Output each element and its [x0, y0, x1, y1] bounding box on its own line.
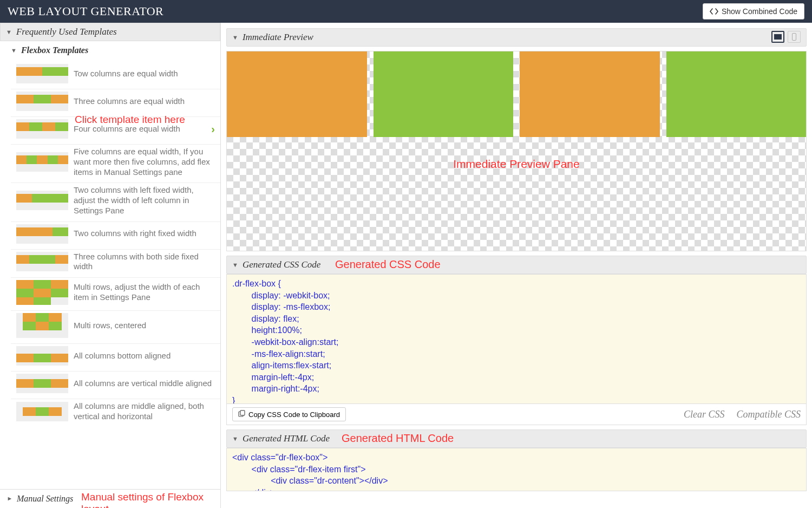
preview-col-3	[520, 51, 660, 137]
template-thumb	[16, 119, 68, 139]
template-thumb	[16, 152, 68, 172]
template-middle-both[interactable]: All columns are middle aligned, both ver…	[11, 399, 220, 427]
template-thumb	[16, 402, 68, 421]
chevron-down-icon: ▼	[232, 262, 238, 268]
chevron-down-icon: ▼	[11, 47, 17, 54]
show-combined-code-label: Show Combined Code	[722, 7, 797, 16]
chevron-down-icon: ▼	[6, 29, 12, 35]
preview-columns	[227, 51, 806, 137]
template-thumb	[16, 224, 68, 244]
mobile-view-button[interactable]	[788, 31, 801, 43]
preview-col-4	[666, 51, 807, 137]
app-header: WEB LAYOUT GENERATOR Show Combined Code	[0, 0, 812, 23]
css-code-block[interactable]: .dr-flex-box { display: -webkit-box; dis…	[226, 274, 807, 404]
copy-css-button[interactable]: Copy CSS Code to Clipboard	[232, 407, 346, 421]
template-thumb	[16, 346, 68, 366]
flexbox-section-title: Flexbox Templates	[21, 45, 88, 55]
desktop-view-button[interactable]	[771, 31, 784, 43]
template-desc: Two columns with right fixed width	[74, 229, 197, 239]
css-footer: Copy CSS Code to Clipboard Clear CSS Com…	[226, 404, 807, 425]
annotation-html-code: Generated HTML Code	[342, 432, 454, 445]
template-two-right-fixed[interactable]: Two columns with right fixed width	[11, 222, 220, 250]
template-four-equal[interactable]: Four columns are equal width ›	[11, 117, 220, 145]
template-desc: All columns are vertical middle aligned	[74, 379, 212, 389]
html-panel-header[interactable]: ▼ Generated HTML Code Generated HTML Cod…	[226, 429, 807, 448]
template-desc: Three columns with both side fixed width	[74, 252, 215, 272]
copy-icon	[238, 410, 245, 419]
mobile-icon	[792, 33, 796, 41]
chevron-right-icon: ▼	[6, 496, 12, 502]
template-desc: Two columns with left fixed width, adjus…	[74, 185, 215, 216]
template-desc: Multi rows, adjust the width of each ite…	[74, 282, 215, 303]
code-icon	[710, 8, 718, 15]
chevron-down-icon: ▼	[232, 34, 238, 41]
template-thumb	[16, 191, 68, 210]
app-title: WEB LAYOUT GENERATOR	[8, 4, 163, 18]
template-desc: Five columns are equal width, If you wan…	[74, 147, 215, 177]
template-three-side-fixed[interactable]: Three columns with both side fixed width	[11, 250, 220, 278]
html-panel: ▼ Generated HTML Code Generated HTML Cod…	[226, 429, 807, 491]
template-five-equal[interactable]: Five columns are equal width, If you wan…	[11, 145, 220, 183]
templates-panel-header[interactable]: ▼ Frequently Used Templates	[0, 23, 220, 41]
template-thumb	[16, 280, 68, 305]
template-two-left-fixed[interactable]: Two columns with left fixed width, adjus…	[11, 183, 220, 222]
template-desc: All columns bottom aligned	[74, 351, 171, 361]
template-vertical-middle[interactable]: All columns are vertical middle aligned	[11, 372, 220, 399]
templates-panel-title: Frequently Used Templates	[16, 27, 117, 37]
manual-settings-label: Manual Settings	[17, 494, 73, 504]
css-panel-header[interactable]: ▼ Generated CSS Code Generated CSS Code	[226, 256, 807, 274]
chevron-right-icon: ›	[211, 123, 215, 135]
template-desc: All columns are middle aligned, both ver…	[74, 401, 215, 422]
show-combined-code-button[interactable]: Show Combined Code	[703, 3, 804, 19]
template-bottom-aligned[interactable]: All columns bottom aligned	[11, 344, 220, 372]
template-desc: Multi rows, centered	[74, 321, 146, 331]
preview-pane: Immediate Preview Pane	[226, 51, 807, 251]
annotation-css-code: Generated CSS Code	[335, 258, 441, 271]
main: ▼ Immediate Preview Immediate Preview Pa…	[221, 23, 812, 508]
device-toggle-group	[771, 31, 801, 43]
css-panel: ▼ Generated CSS Code Generated CSS Code …	[226, 256, 807, 425]
compatible-css-link[interactable]: Compatible CSS	[736, 409, 801, 420]
preview-col-1	[227, 51, 367, 137]
template-multi-rows-centered[interactable]: Multi rows, centered	[11, 311, 220, 344]
template-three-equal[interactable]: Three columns are equal width	[11, 89, 220, 117]
flexbox-section-header[interactable]: ▼ Flexbox Templates	[0, 41, 220, 60]
desktop-icon	[774, 34, 782, 40]
css-footer-links: Clear CSS Compatible CSS	[684, 409, 801, 420]
template-thumb	[16, 252, 68, 271]
template-desc: Four columns are equal width	[74, 124, 180, 134]
template-thumb	[16, 374, 68, 393]
preview-panel-header[interactable]: ▼ Immediate Preview	[226, 28, 807, 47]
template-thumb	[16, 92, 68, 111]
templates-list: Tow columns are equal width Three column…	[0, 60, 220, 489]
sidebar: ▼ Frequently Used Templates ▼ Flexbox Te…	[0, 23, 221, 508]
template-two-equal[interactable]: Tow columns are equal width	[11, 62, 220, 89]
template-thumb	[16, 64, 68, 83]
template-desc: Tow columns are equal width	[74, 69, 178, 79]
preview-col-2	[374, 51, 514, 137]
template-multi-rows[interactable]: Multi rows, adjust the width of each ite…	[11, 278, 220, 311]
clear-css-link[interactable]: Clear CSS	[684, 409, 725, 420]
css-panel-title: Generated CSS Code	[243, 259, 320, 270]
preview-panel-title: Immediate Preview	[243, 32, 313, 43]
svg-rect-1	[240, 411, 245, 415]
html-code-block[interactable]: <div class="dr-flex-box"> <div class="dr…	[226, 448, 807, 491]
annotation-preview-pane: Immediate Preview Pane	[453, 158, 579, 171]
manual-settings-header[interactable]: ▼ Manual Settings	[0, 489, 220, 508]
template-desc: Three columns are equal width	[74, 96, 185, 107]
html-panel-title: Generated HTML Code	[243, 433, 330, 444]
chevron-down-icon: ▼	[232, 435, 238, 442]
template-thumb	[16, 313, 68, 338]
copy-css-label: Copy CSS Code to Clipboard	[248, 411, 340, 419]
